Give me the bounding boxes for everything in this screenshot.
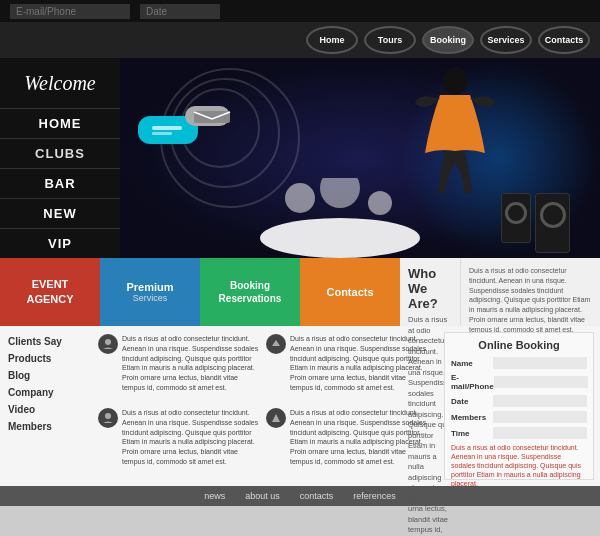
booking-label: Booking [230, 279, 270, 292]
content-text-3: Duis a risus at odio consectetur tincidu… [122, 408, 262, 467]
nav-home[interactable]: Home [306, 26, 358, 54]
booking-date-input[interactable] [493, 395, 587, 407]
nav-tours[interactable]: Tours [364, 26, 416, 54]
who-text-left: Who We Are? Duis a risus at odio consect… [400, 258, 460, 326]
site-logo: Welcome [24, 72, 95, 95]
nav-services[interactable]: Services [480, 26, 532, 54]
content-area: Duis a risus at odio consectetur tincidu… [90, 326, 438, 486]
top-navigation: Home Tours Booking Services Contacts [0, 22, 600, 58]
online-booking-panel: Online Booking Name E-mail/Phone Date Me… [444, 332, 594, 480]
content-icon-4 [266, 408, 286, 428]
svg-point-8 [320, 178, 360, 208]
premium-services-block[interactable]: Premium Services [100, 258, 200, 326]
email-input[interactable] [10, 4, 130, 19]
booking-email-input[interactable] [494, 376, 588, 388]
booking-name-row: Name [451, 357, 587, 369]
booking-date-row: Date [451, 395, 587, 407]
premium-label: Premium [126, 281, 173, 293]
person-icon [102, 338, 114, 350]
sidebar-link-company[interactable]: Company [8, 387, 82, 398]
sidebar-link-products[interactable]: Products [8, 353, 82, 364]
event-agency-label: EVENTAGENCY [26, 277, 73, 308]
svg-point-11 [105, 413, 111, 419]
sidebar-link-clients[interactable]: Clients Say [8, 336, 82, 347]
header [0, 0, 600, 22]
svg-point-10 [105, 339, 111, 345]
svg-point-5 [443, 67, 467, 95]
footer: news about us contacts references [0, 486, 600, 506]
content-icon-1 [98, 334, 118, 354]
sidebar-link-members[interactable]: Members [8, 421, 82, 432]
booking-title: Online Booking [451, 339, 587, 351]
footer-link-news[interactable]: news [204, 491, 225, 501]
booking-name-label: Name [451, 359, 493, 368]
reservations-label: Reservations [219, 292, 282, 305]
content-block-4: Duis a risus at odio consectetur tincidu… [266, 408, 430, 478]
booking-time-row: Time [451, 427, 587, 439]
person-icon-2 [102, 412, 114, 424]
event-agency-block[interactable]: EVENTAGENCY [0, 258, 100, 326]
envelope-icon [193, 110, 231, 124]
booking-members-row: Members [451, 411, 587, 423]
left-sidebar: Welcome HOME CLUBS BAR NEW VIP [0, 58, 120, 258]
who-title: Who We Are? [408, 266, 452, 311]
booking-members-label: Members [451, 413, 493, 422]
booking-members-input[interactable] [493, 411, 587, 423]
content-block-3: Duis a risus at odio consectetur tincidu… [98, 408, 262, 478]
footer-link-about[interactable]: about us [245, 491, 280, 501]
svg-marker-1 [156, 138, 164, 140]
recycle-icon [270, 338, 282, 350]
grunge-svg [240, 178, 440, 258]
booking-email-row: E-mail/Phone [451, 373, 587, 391]
booking-name-input[interactable] [493, 357, 587, 369]
svg-rect-2 [152, 126, 182, 130]
bottom-sidebar: Clients Say Products Blog Company Video … [0, 326, 90, 486]
nav-contacts[interactable]: Contacts [538, 26, 590, 54]
sidebar-item-clubs[interactable]: CLUBS [0, 138, 120, 168]
date-input[interactable] [140, 4, 220, 19]
arrow-icon [270, 412, 282, 424]
svg-rect-4 [194, 111, 230, 123]
hero-visual [120, 58, 600, 258]
booking-note: Duis a risus at odio consectetur tincidu… [451, 443, 587, 488]
sidebar-item-new[interactable]: NEW [0, 198, 120, 228]
svg-point-9 [368, 191, 392, 215]
color-section: EVENTAGENCY Premium Services Booking Res… [0, 258, 600, 326]
logo-area: Welcome [0, 58, 120, 108]
sidebar-item-bar[interactable]: BAR [0, 168, 120, 198]
booking-time-input[interactable] [493, 427, 587, 439]
grunge-art [240, 178, 440, 258]
booking-date-label: Date [451, 397, 493, 406]
sidebar-link-video[interactable]: Video [8, 404, 82, 415]
content-text-2: Duis a risus at odio consectetur tincidu… [290, 334, 430, 393]
footer-link-references[interactable]: references [353, 491, 396, 501]
content-icon-2 [266, 334, 286, 354]
content-text-1: Duis a risus at odio consectetur tincidu… [122, 334, 262, 393]
booking-time-label: Time [451, 429, 493, 438]
svg-point-7 [285, 183, 315, 213]
speech-bubble-2 [185, 106, 230, 126]
sidebar-item-home[interactable]: HOME [0, 108, 120, 138]
contacts-label: Contacts [326, 286, 373, 298]
content-block-1: Duis a risus at odio consectetur tincidu… [98, 334, 262, 404]
hero-area: Welcome HOME CLUBS BAR NEW VIP [0, 58, 600, 258]
content-block-2: Duis a risus at odio consectetur tincidu… [266, 334, 430, 404]
content-icon-3 [98, 408, 118, 428]
who-text-right: Duis a risus at odio consectetur tincidu… [460, 258, 600, 326]
sidebar-link-blog[interactable]: Blog [8, 370, 82, 381]
booking-reservations-block[interactable]: Booking Reservations [200, 258, 300, 326]
footer-link-contacts[interactable]: contacts [300, 491, 334, 501]
svg-marker-12 [272, 414, 280, 422]
speaker-boxes [501, 193, 570, 253]
nav-booking[interactable]: Booking [422, 26, 474, 54]
bottom-section: Clients Say Products Blog Company Video … [0, 326, 600, 486]
svg-point-6 [260, 218, 420, 258]
content-text-4: Duis a risus at odio consectetur tincidu… [290, 408, 430, 467]
who-we-are-section: Who We Are? Duis a risus at odio consect… [400, 258, 600, 326]
premium-sub: Services [133, 293, 168, 303]
sidebar-item-vip[interactable]: VIP [0, 228, 120, 258]
svg-rect-3 [152, 132, 172, 135]
booking-email-label: E-mail/Phone [451, 373, 494, 391]
contacts-block[interactable]: Contacts [300, 258, 400, 326]
